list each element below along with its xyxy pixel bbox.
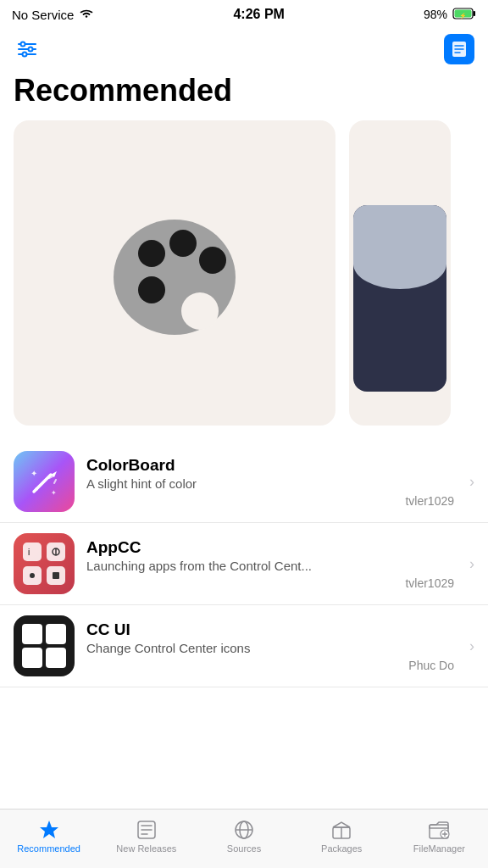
svg-point-17 bbox=[169, 230, 197, 257]
svg-point-7 bbox=[21, 42, 25, 47]
app-author-colorboard: tvler1029 bbox=[86, 494, 474, 508]
tab-bar: Recommended New Releases Sources Package… bbox=[0, 809, 488, 868]
svg-point-18 bbox=[199, 247, 226, 274]
carousel-card-partial[interactable] bbox=[349, 120, 451, 426]
tab-filemanager[interactable]: FileManager bbox=[391, 819, 488, 854]
app-desc-colorboard: A slight hint of color bbox=[86, 476, 474, 491]
app-info-ccui: CC UI Change Control Center icons Phuc D… bbox=[86, 620, 474, 672]
page-title: Recommended bbox=[0, 70, 488, 120]
svg-text:✦: ✦ bbox=[51, 489, 57, 497]
svg-rect-1 bbox=[473, 11, 475, 16]
tab-recommended[interactable]: Recommended bbox=[0, 819, 97, 854]
app-name-colorboard: ColorBoard bbox=[86, 456, 474, 475]
filemanager-icon bbox=[428, 819, 450, 841]
appcc-cell-2 bbox=[47, 542, 65, 561]
carousel-card-main[interactable] bbox=[14, 120, 336, 426]
wifi-icon bbox=[79, 8, 94, 22]
chevron-icon-ccui: › bbox=[469, 637, 474, 655]
svg-text:✦: ✦ bbox=[30, 469, 37, 478]
svg-line-24 bbox=[54, 480, 56, 483]
svg-text:⚡: ⚡ bbox=[459, 11, 467, 19]
app-icon-ccui bbox=[14, 615, 75, 676]
tab-label-filemanager: FileManager bbox=[413, 843, 465, 854]
app-desc-appcc: Launching apps from the Control Cent... bbox=[86, 559, 474, 573]
wand-icon: ✦ ✦ bbox=[27, 465, 61, 498]
tab-packages[interactable]: Packages bbox=[293, 819, 391, 854]
app-list: ✦ ✦ ColorBoard A slight hint of color tv… bbox=[0, 441, 488, 687]
app-desc-ccui: Change Control Center icons bbox=[86, 641, 474, 655]
svg-point-8 bbox=[29, 47, 33, 52]
packages-icon bbox=[330, 819, 352, 841]
carrier-text: No Service bbox=[12, 8, 74, 22]
tab-label-packages: Packages bbox=[321, 843, 362, 854]
status-left: No Service bbox=[12, 8, 94, 22]
app-author-appcc: tvler1029 bbox=[86, 576, 474, 590]
tab-sources[interactable]: Sources bbox=[195, 819, 292, 854]
tab-new-releases[interactable]: New Releases bbox=[97, 819, 195, 854]
svg-rect-32 bbox=[53, 572, 59, 579]
appcc-cell-3 bbox=[23, 566, 42, 585]
app-item-ccui[interactable]: CC UI Change Control Center icons Phuc D… bbox=[0, 605, 488, 687]
app-info-colorboard: ColorBoard A slight hint of color tvler1… bbox=[86, 456, 474, 508]
app-item-colorboard[interactable]: ✦ ✦ ColorBoard A slight hint of color tv… bbox=[0, 441, 488, 523]
tab-label-sources: Sources bbox=[227, 843, 261, 854]
svg-marker-33 bbox=[40, 821, 58, 838]
svg-text:i: i bbox=[28, 548, 30, 557]
filter-button[interactable] bbox=[14, 36, 41, 63]
battery-icon: ⚡ bbox=[452, 8, 476, 22]
ccui-cell-3 bbox=[22, 648, 42, 668]
ccui-cell-4 bbox=[46, 648, 66, 668]
palette-image bbox=[94, 192, 255, 353]
app-icon-colorboard: ✦ ✦ bbox=[14, 451, 75, 512]
appcc-cell-1: i bbox=[23, 542, 42, 561]
svg-point-9 bbox=[23, 53, 27, 57]
status-bar: No Service 4:26 PM 98% ⚡ bbox=[0, 0, 488, 27]
app-icon-appcc: i bbox=[14, 533, 75, 594]
app-name-appcc: AppCC bbox=[86, 538, 474, 557]
app-author-ccui: Phuc Do bbox=[86, 659, 474, 672]
app-info-appcc: AppCC Launching apps from the Control Ce… bbox=[86, 538, 474, 590]
appcc-cell-4 bbox=[47, 566, 65, 585]
ccui-cell-2 bbox=[46, 624, 66, 644]
tab-label-new-releases: New Releases bbox=[116, 843, 176, 854]
toolbar bbox=[0, 27, 488, 70]
partial-app-image bbox=[353, 205, 446, 392]
chevron-icon-appcc: › bbox=[469, 555, 474, 573]
battery-percent: 98% bbox=[424, 8, 447, 21]
new-releases-icon bbox=[136, 819, 158, 841]
sources-icon bbox=[233, 819, 255, 841]
app-name-ccui: CC UI bbox=[86, 620, 474, 639]
ccui-grid-icon bbox=[15, 617, 73, 675]
chevron-icon-colorboard: › bbox=[469, 473, 474, 491]
notes-button[interactable] bbox=[444, 34, 474, 64]
app-item-appcc[interactable]: i AppCC Launching apps from the Control … bbox=[0, 523, 488, 605]
star-icon bbox=[38, 819, 60, 841]
svg-point-15 bbox=[181, 292, 219, 330]
status-right: 98% ⚡ bbox=[424, 8, 476, 22]
svg-point-20 bbox=[134, 268, 136, 270]
svg-point-19 bbox=[138, 276, 165, 303]
appcc-grid-icon: i bbox=[14, 534, 74, 593]
svg-point-31 bbox=[30, 573, 35, 578]
svg-point-16 bbox=[138, 240, 165, 267]
featured-carousel[interactable] bbox=[0, 120, 488, 426]
svg-point-23 bbox=[35, 487, 38, 491]
main-content: No Service 4:26 PM 98% ⚡ bbox=[0, 0, 488, 755]
status-time: 4:26 PM bbox=[233, 7, 284, 22]
ccui-cell-1 bbox=[22, 624, 42, 644]
tab-label-recommended: Recommended bbox=[17, 843, 80, 854]
